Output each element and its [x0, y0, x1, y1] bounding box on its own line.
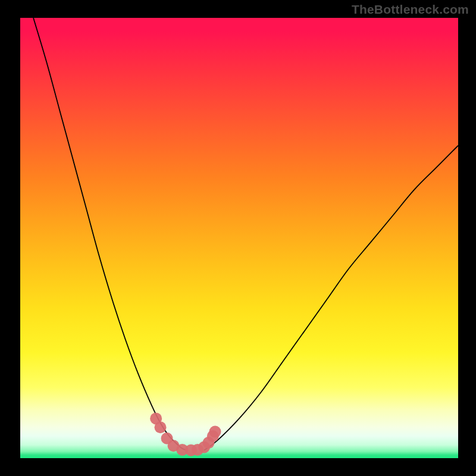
markers-group — [150, 412, 221, 456]
plot-area — [20, 18, 458, 458]
curve-right — [204, 146, 458, 450]
marker-dot — [209, 426, 221, 438]
chart-frame: TheBottleneck.com — [0, 0, 476, 476]
curve-left — [33, 18, 187, 450]
watermark-text: TheBottleneck.com — [352, 2, 469, 17]
curve-right-path — [204, 146, 458, 450]
marker-dot — [155, 421, 167, 433]
chart-svg — [20, 18, 458, 458]
curve-left-path — [33, 18, 187, 450]
